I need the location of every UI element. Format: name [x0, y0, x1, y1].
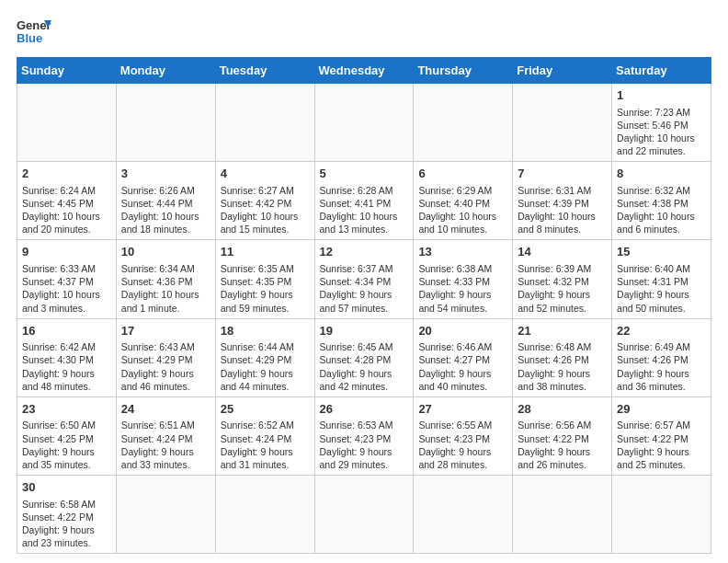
day-number: 27 — [418, 401, 507, 418]
calendar-cell: 23Sunrise: 6:50 AM Sunset: 4:25 PM Dayli… — [17, 396, 117, 475]
day-info: Sunrise: 6:51 AM Sunset: 4:24 PM Dayligh… — [121, 419, 195, 470]
day-number: 18 — [221, 323, 310, 339]
day-info: Sunrise: 6:38 AM Sunset: 4:33 PM Dayligh… — [418, 263, 492, 314]
calendar-col-thursday: Thursday — [414, 58, 513, 84]
calendar-col-monday: Monday — [116, 58, 215, 84]
day-info: Sunrise: 6:26 AM Sunset: 4:44 PM Dayligh… — [121, 185, 199, 236]
day-info: Sunrise: 6:37 AM Sunset: 4:34 PM Dayligh… — [320, 263, 393, 314]
day-info: Sunrise: 6:27 AM Sunset: 4:42 PM Dayligh… — [221, 185, 299, 236]
calendar-cell — [314, 84, 414, 162]
calendar-cell: 1Sunrise: 7:23 AM Sunset: 5:46 PM Daylig… — [612, 84, 711, 162]
calendar-cell: 8Sunrise: 6:32 AM Sunset: 4:38 PM Daylig… — [612, 162, 711, 240]
day-info: Sunrise: 7:23 AM Sunset: 5:46 PM Dayligh… — [617, 107, 695, 157]
day-info: Sunrise: 6:29 AM Sunset: 4:40 PM Dayligh… — [418, 185, 496, 236]
day-number: 15 — [617, 244, 706, 260]
calendar-col-friday: Friday — [513, 58, 612, 84]
day-info: Sunrise: 6:52 AM Sunset: 4:24 PM Dayligh… — [221, 419, 294, 470]
day-number: 20 — [418, 323, 507, 339]
day-info: Sunrise: 6:28 AM Sunset: 4:41 PM Dayligh… — [320, 185, 398, 236]
calendar-cell: 6Sunrise: 6:29 AM Sunset: 4:40 PM Daylig… — [414, 162, 513, 240]
calendar-cell: 21Sunrise: 6:48 AM Sunset: 4:26 PM Dayli… — [513, 318, 612, 396]
calendar-cell: 18Sunrise: 6:44 AM Sunset: 4:29 PM Dayli… — [215, 318, 314, 396]
calendar-week-row: 1Sunrise: 7:23 AM Sunset: 5:46 PM Daylig… — [17, 84, 711, 162]
calendar-cell — [215, 476, 314, 554]
page: General Blue SundayMondayTuesdayWednesda… — [0, 0, 728, 563]
day-number: 1 — [617, 87, 706, 104]
day-info: Sunrise: 6:42 AM Sunset: 4:30 PM Dayligh… — [22, 341, 96, 392]
calendar-cell — [116, 476, 215, 554]
day-number: 16 — [22, 323, 111, 339]
day-info: Sunrise: 6:44 AM Sunset: 4:29 PM Dayligh… — [221, 341, 294, 392]
calendar-week-row: 16Sunrise: 6:42 AM Sunset: 4:30 PM Dayli… — [17, 318, 711, 396]
calendar-table: SundayMondayTuesdayWednesdayThursdayFrid… — [17, 57, 711, 554]
calendar-col-tuesday: Tuesday — [215, 58, 314, 84]
calendar-cell: 22Sunrise: 6:49 AM Sunset: 4:26 PM Dayli… — [612, 318, 711, 396]
calendar-cell: 15Sunrise: 6:40 AM Sunset: 4:31 PM Dayli… — [612, 240, 711, 318]
calendar-col-sunday: Sunday — [17, 58, 117, 84]
calendar-cell: 20Sunrise: 6:46 AM Sunset: 4:27 PM Dayli… — [414, 318, 513, 396]
calendar-cell: 26Sunrise: 6:53 AM Sunset: 4:23 PM Dayli… — [314, 396, 414, 475]
day-number: 14 — [518, 244, 607, 260]
day-number: 21 — [518, 323, 607, 339]
calendar-cell: 25Sunrise: 6:52 AM Sunset: 4:24 PM Dayli… — [215, 396, 314, 475]
day-info: Sunrise: 6:49 AM Sunset: 4:26 PM Dayligh… — [617, 341, 690, 392]
day-number: 6 — [418, 166, 507, 182]
day-info: Sunrise: 6:53 AM Sunset: 4:23 PM Dayligh… — [320, 419, 393, 470]
day-number: 13 — [418, 244, 507, 260]
day-number: 3 — [121, 166, 210, 182]
day-info: Sunrise: 6:24 AM Sunset: 4:45 PM Dayligh… — [22, 185, 100, 236]
calendar-week-row: 2Sunrise: 6:24 AM Sunset: 4:45 PM Daylig… — [17, 162, 711, 240]
calendar-cell: 30Sunrise: 6:58 AM Sunset: 4:22 PM Dayli… — [17, 476, 117, 554]
calendar-cell: 27Sunrise: 6:55 AM Sunset: 4:23 PM Dayli… — [414, 396, 513, 475]
logo: General Blue — [17, 17, 51, 48]
calendar-cell: 14Sunrise: 6:39 AM Sunset: 4:32 PM Dayli… — [513, 240, 612, 318]
calendar-cell — [314, 476, 414, 554]
calendar-cell: 11Sunrise: 6:35 AM Sunset: 4:35 PM Dayli… — [215, 240, 314, 318]
calendar-header-row: SundayMondayTuesdayWednesdayThursdayFrid… — [17, 58, 711, 84]
day-number: 24 — [121, 401, 210, 418]
calendar-cell: 12Sunrise: 6:37 AM Sunset: 4:34 PM Dayli… — [314, 240, 414, 318]
day-info: Sunrise: 6:34 AM Sunset: 4:36 PM Dayligh… — [121, 263, 199, 314]
day-info: Sunrise: 6:56 AM Sunset: 4:22 PM Dayligh… — [518, 419, 591, 470]
day-info: Sunrise: 6:45 AM Sunset: 4:28 PM Dayligh… — [320, 341, 393, 392]
calendar-cell: 17Sunrise: 6:43 AM Sunset: 4:29 PM Dayli… — [116, 318, 215, 396]
calendar-cell: 3Sunrise: 6:26 AM Sunset: 4:44 PM Daylig… — [116, 162, 215, 240]
day-number: 7 — [518, 166, 607, 182]
day-info: Sunrise: 6:35 AM Sunset: 4:35 PM Dayligh… — [221, 263, 294, 314]
calendar-cell — [513, 84, 612, 162]
calendar-cell: 7Sunrise: 6:31 AM Sunset: 4:39 PM Daylig… — [513, 162, 612, 240]
header: General Blue — [17, 17, 711, 48]
calendar-cell: 16Sunrise: 6:42 AM Sunset: 4:30 PM Dayli… — [17, 318, 117, 396]
calendar-cell — [215, 84, 314, 162]
calendar-cell — [116, 84, 215, 162]
day-info: Sunrise: 6:57 AM Sunset: 4:22 PM Dayligh… — [617, 419, 690, 470]
calendar-cell — [414, 84, 513, 162]
day-number: 30 — [22, 479, 111, 496]
calendar-cell: 29Sunrise: 6:57 AM Sunset: 4:22 PM Dayli… — [612, 396, 711, 475]
day-number: 22 — [617, 323, 706, 339]
calendar-cell: 19Sunrise: 6:45 AM Sunset: 4:28 PM Dayli… — [314, 318, 414, 396]
calendar-cell: 2Sunrise: 6:24 AM Sunset: 4:45 PM Daylig… — [17, 162, 117, 240]
day-number: 5 — [320, 166, 409, 182]
day-number: 28 — [518, 401, 607, 418]
svg-text:Blue: Blue — [17, 31, 42, 45]
calendar-col-saturday: Saturday — [612, 58, 711, 84]
day-number: 8 — [617, 166, 706, 182]
day-info: Sunrise: 6:50 AM Sunset: 4:25 PM Dayligh… — [22, 419, 96, 470]
calendar-col-wednesday: Wednesday — [314, 58, 414, 84]
day-number: 19 — [320, 323, 409, 339]
calendar-cell — [513, 476, 612, 554]
calendar-cell: 13Sunrise: 6:38 AM Sunset: 4:33 PM Dayli… — [414, 240, 513, 318]
day-number: 26 — [320, 401, 409, 418]
day-info: Sunrise: 6:33 AM Sunset: 4:37 PM Dayligh… — [22, 263, 100, 314]
day-number: 2 — [22, 166, 111, 182]
calendar-week-row: 30Sunrise: 6:58 AM Sunset: 4:22 PM Dayli… — [17, 476, 711, 554]
calendar-week-row: 23Sunrise: 6:50 AM Sunset: 4:25 PM Dayli… — [17, 396, 711, 475]
day-info: Sunrise: 6:48 AM Sunset: 4:26 PM Dayligh… — [518, 341, 591, 392]
day-info: Sunrise: 6:31 AM Sunset: 4:39 PM Dayligh… — [518, 185, 596, 236]
day-number: 10 — [121, 244, 210, 260]
calendar-cell: 24Sunrise: 6:51 AM Sunset: 4:24 PM Dayli… — [116, 396, 215, 475]
day-info: Sunrise: 6:39 AM Sunset: 4:32 PM Dayligh… — [518, 263, 591, 314]
day-number: 17 — [121, 323, 210, 339]
day-info: Sunrise: 6:43 AM Sunset: 4:29 PM Dayligh… — [121, 341, 195, 392]
